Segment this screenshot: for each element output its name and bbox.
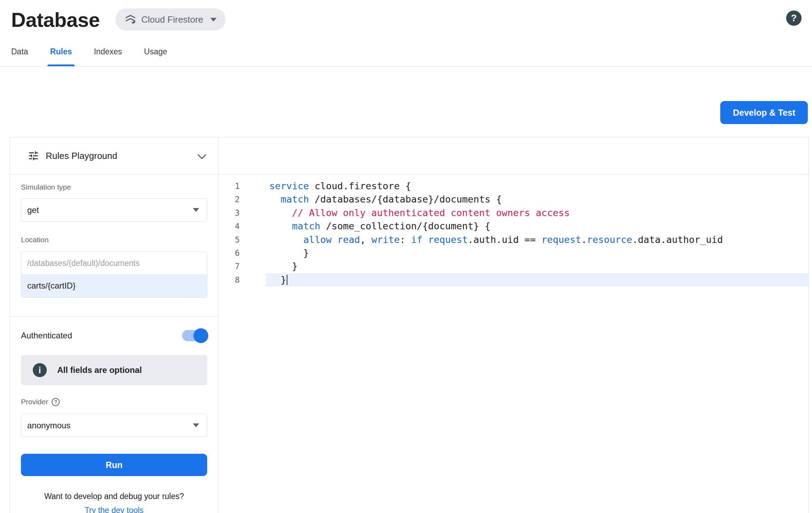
tab-bar: Data Rules Indexes Usage — [0, 37, 812, 67]
editor-gutter: 12345678 — [218, 179, 266, 513]
header: Database Cloud Firestore ? — [0, 0, 812, 37]
tab-indexes[interactable]: Indexes — [94, 37, 122, 66]
dev-tools-link[interactable]: Try the dev tools — [21, 506, 207, 513]
simulation-section: Simulation type get Location /databases/… — [10, 175, 218, 316]
tab-rules[interactable]: Rules — [50, 37, 72, 66]
code-line[interactable]: allow read, write: if request.auth.uid =… — [266, 233, 809, 246]
code-line[interactable]: match /some_collection/{document} { — [266, 220, 809, 233]
firestore-icon — [125, 14, 136, 25]
firestore-database-page: Database Cloud Firestore ? Data Rules In… — [0, 0, 812, 67]
playground-header[interactable]: Rules Playground — [10, 137, 218, 175]
rules-playground: Rules Playground Simulation type get Loc… — [10, 137, 218, 513]
editor-code[interactable]: service cloud.firestore { match /databas… — [266, 179, 809, 513]
provider-value: anonymous — [27, 421, 70, 430]
playground-title: Rules Playground — [46, 151, 117, 161]
provider-select[interactable]: anonymous — [21, 414, 207, 437]
info-icon: i — [33, 363, 47, 377]
line-number: 4 — [218, 220, 240, 233]
chevron-down-icon — [193, 208, 199, 212]
provider-label-row: Provider ? — [21, 398, 207, 406]
text-cursor — [287, 275, 287, 285]
editor-toolbar — [218, 137, 809, 175]
code-line[interactable]: // Allow only authenticated content owne… — [266, 206, 809, 220]
authenticated-toggle[interactable] — [182, 330, 207, 341]
page-title: Database — [11, 8, 100, 31]
location-input[interactable]: carts/{cartID} — [21, 274, 207, 297]
help-button[interactable]: ? — [786, 10, 802, 26]
dev-tools-prompt: Want to develop and debug your rules? — [21, 491, 207, 501]
run-button[interactable]: Run — [21, 454, 207, 476]
location-input-group: /databases/(default)/documents carts/{ca… — [21, 252, 207, 298]
simulation-type-value: get — [27, 205, 39, 215]
code-line[interactable]: match /databases/{database}/documents { — [266, 193, 809, 206]
rules-panel: Rules Playground Simulation type get Loc… — [10, 137, 809, 513]
info-banner-text: All fields are optional — [57, 365, 142, 375]
location-prefix: /databases/(default)/documents — [21, 252, 207, 274]
tab-usage[interactable]: Usage — [144, 37, 167, 66]
code-line[interactable]: } — [266, 246, 809, 260]
line-number: 8 — [218, 273, 240, 286]
line-number: 6 — [218, 246, 240, 260]
chevron-down-icon — [193, 423, 199, 427]
line-number: 5 — [218, 233, 240, 246]
auth-section: Authenticated i All fields are optional … — [10, 317, 218, 513]
toggle-knob — [194, 328, 208, 343]
question-icon: ? — [791, 13, 797, 24]
provider-help-icon[interactable]: ? — [52, 398, 60, 406]
tab-data[interactable]: Data — [11, 37, 28, 66]
provider-label: Provider — [21, 398, 48, 406]
code-line[interactable]: } — [266, 273, 809, 286]
editor-body[interactable]: 12345678 service cloud.firestore { match… — [218, 175, 809, 513]
tune-icon — [28, 150, 39, 162]
chevron-down-icon — [210, 18, 217, 22]
rules-editor: 12345678 service cloud.firestore { match… — [218, 137, 809, 513]
line-number: 7 — [218, 260, 240, 273]
line-number: 1 — [218, 179, 240, 193]
authenticated-row: Authenticated — [21, 328, 207, 343]
simulation-type-label: Simulation type — [21, 183, 207, 191]
location-label: Location — [21, 236, 207, 244]
product-selector-label: Cloud Firestore — [141, 14, 203, 25]
develop-test-button[interactable]: Develop & Test — [720, 101, 808, 124]
database-product-selector[interactable]: Cloud Firestore — [115, 8, 226, 31]
line-number: 2 — [218, 193, 240, 206]
code-line[interactable]: service cloud.firestore { — [266, 179, 809, 193]
collapse-chevron-icon[interactable] — [197, 150, 206, 159]
code-line[interactable]: } — [266, 260, 809, 273]
line-number: 3 — [218, 206, 240, 220]
info-banner: i All fields are optional — [21, 355, 207, 385]
authenticated-label: Authenticated — [21, 331, 72, 340]
simulation-type-select[interactable]: get — [21, 198, 207, 222]
